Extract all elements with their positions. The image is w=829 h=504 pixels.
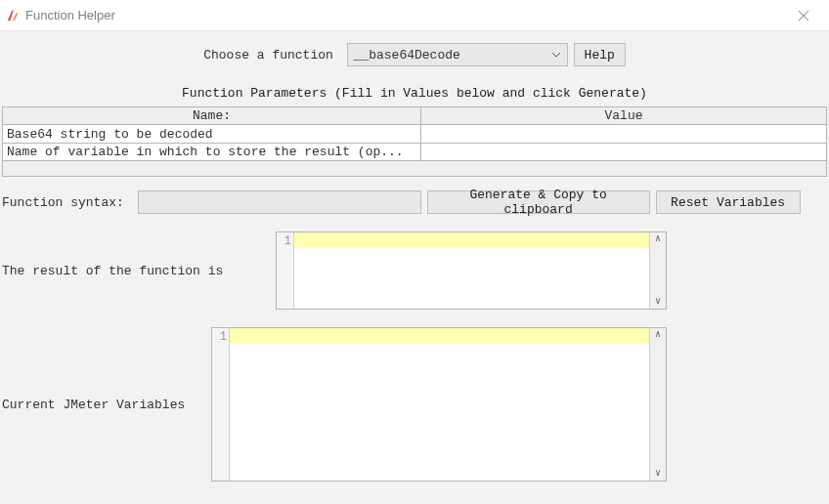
result-row: The result of the function is 1 ∧ ∨ [0, 231, 829, 310]
parameters-heading: Function Parameters (Fill in Values belo… [0, 86, 829, 101]
window-close-button[interactable] [786, 2, 821, 29]
variables-content[interactable] [230, 328, 649, 481]
generate-button[interactable]: Generate & Copy to clipboard [427, 190, 650, 214]
table-blank-area [3, 160, 826, 176]
table-header: Name: Value [3, 107, 826, 125]
result-textarea[interactable]: 1 ∧ ∨ [276, 231, 667, 310]
result-scrollbar[interactable]: ∧ ∨ [649, 232, 666, 309]
variables-gutter: 1 [212, 328, 230, 481]
table-row: Name of variable in which to store the r… [3, 143, 826, 160]
window-title: Function Helper [25, 8, 786, 22]
app-icon [6, 9, 20, 22]
param-value-cell[interactable] [421, 144, 826, 160]
table-row: Base64 string to be decoded [3, 125, 826, 143]
result-content[interactable] [294, 232, 649, 309]
result-gutter: 1 [277, 232, 294, 309]
help-button[interactable]: Help [574, 43, 626, 66]
syntax-row: Function syntax: Generate & Copy to clip… [0, 177, 829, 214]
parameters-table: Name: Value Base64 string to be decoded … [2, 106, 827, 177]
scroll-up-icon[interactable]: ∧ [655, 232, 661, 246]
variables-textarea[interactable]: 1 ∧ ∨ [211, 327, 667, 482]
col-header-value: Value [421, 107, 826, 125]
chevron-down-icon [551, 50, 561, 61]
scroll-down-icon[interactable]: ∨ [655, 295, 661, 309]
variables-highlight-line [230, 328, 649, 344]
function-combobox[interactable]: __base64Decode [347, 43, 568, 66]
result-label: The result of the function is [0, 264, 272, 278]
variables-row: Current JMeter Variables 1 ∧ ∨ [0, 327, 829, 482]
variables-scrollbar[interactable]: ∧ ∨ [649, 328, 666, 481]
close-icon [798, 10, 809, 21]
choose-function-label: Choose a function [203, 48, 340, 63]
reset-variables-button[interactable]: Reset Variables [656, 190, 801, 214]
window-titlebar: Function Helper [0, 0, 829, 31]
variables-label: Current JMeter Variables [0, 398, 207, 412]
table-body: Base64 string to be decoded Name of vari… [3, 125, 826, 160]
syntax-label: Function syntax: [2, 195, 132, 210]
function-combobox-text: __base64Decode [354, 48, 547, 63]
scroll-down-icon[interactable]: ∨ [655, 467, 661, 481]
client-area: Choose a function __base64Decode Help Fu… [0, 31, 829, 482]
col-header-name: Name: [3, 107, 421, 125]
param-name-cell: Base64 string to be decoded [3, 125, 421, 143]
choose-function-row: Choose a function __base64Decode Help [0, 43, 829, 66]
param-name-cell: Name of variable in which to store the r… [3, 144, 421, 160]
result-highlight-line [294, 232, 649, 248]
syntax-field[interactable] [138, 190, 421, 214]
scroll-up-icon[interactable]: ∧ [655, 328, 661, 342]
param-value-cell[interactable] [421, 125, 826, 143]
